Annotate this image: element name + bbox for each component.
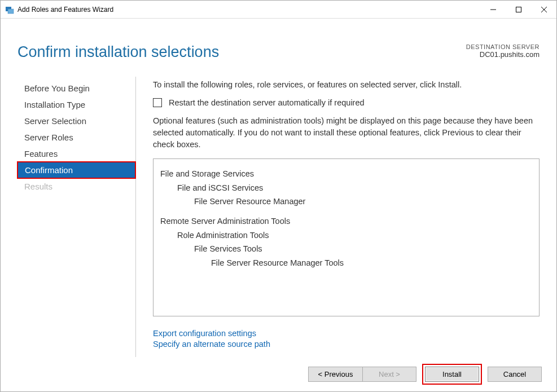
svg-rect-1 (8, 9, 14, 14)
restart-checkbox-label: Restart the destination server automatic… (169, 98, 365, 107)
window-controls (480, 1, 556, 18)
next-button: Next > (362, 367, 416, 382)
install-highlight: Install (422, 364, 482, 385)
sidebar-item-confirmation[interactable]: Confirmation (17, 161, 136, 179)
server-manager-icon (5, 5, 14, 14)
tree-item: Remote Server Administration Tools (160, 214, 532, 228)
destination-box: DESTINATION SERVER DC01.pushits.com (466, 43, 540, 59)
titlebar[interactable]: Add Roles and Features Wizard (1, 1, 556, 19)
previous-button[interactable]: < Previous (308, 367, 362, 382)
instruction-text: To install the following roles, role ser… (153, 80, 540, 89)
maximize-button[interactable] (506, 1, 531, 18)
svg-rect-3 (516, 7, 521, 12)
close-button[interactable] (531, 1, 556, 18)
content-links: Export configuration settings Specify an… (153, 329, 540, 350)
optional-features-note: Optional features (such as administratio… (153, 115, 540, 151)
sidebar-item-results: Results (17, 178, 135, 195)
tree-item: Role Administration Tools (177, 228, 532, 243)
minimize-button[interactable] (480, 1, 506, 18)
destination-server: DC01.pushits.com (466, 50, 540, 59)
restart-checkbox[interactable] (153, 98, 162, 107)
sidebar-item-before-you-begin[interactable]: Before You Begin (17, 80, 135, 96)
sidebar-item-server-selection[interactable]: Server Selection (17, 113, 135, 129)
window-title: Add Roles and Features Wizard (17, 6, 480, 14)
alternate-source-link[interactable]: Specify an alternate source path (153, 340, 540, 349)
wizard-body: Before You Begin Installation Type Serve… (1, 77, 556, 357)
destination-label: DESTINATION SERVER (466, 43, 540, 50)
restart-checkbox-row[interactable]: Restart the destination server automatic… (153, 98, 540, 107)
install-button[interactable]: Install (425, 367, 479, 382)
tree-item: File Server Resource Manager Tools (211, 256, 532, 270)
wizard-sidebar: Before You Begin Installation Type Serve… (17, 77, 136, 357)
cancel-button[interactable]: Cancel (488, 367, 542, 382)
sidebar-item-features[interactable]: Features (17, 146, 135, 162)
wizard-content: To install the following roles, role ser… (136, 77, 556, 357)
tree-item: File and Storage Services (160, 167, 532, 181)
page-title: Confirm installation selections (17, 43, 219, 61)
tree-item: File Server Resource Manager (194, 195, 532, 209)
tree-item: File Services Tools (194, 242, 532, 256)
wizard-window: Add Roles and Features Wizard Confirm in… (0, 0, 557, 392)
sidebar-item-server-roles[interactable]: Server Roles (17, 129, 135, 146)
export-config-link[interactable]: Export configuration settings (153, 329, 540, 338)
wizard-footer: < Previous Next > Install Cancel (1, 357, 556, 391)
tree-item: File and iSCSI Services (177, 181, 532, 195)
sidebar-item-installation-type[interactable]: Installation Type (17, 96, 135, 113)
selections-tree[interactable]: File and Storage Services File and iSCSI… (153, 158, 540, 316)
wizard-header: Confirm installation selections DESTINAT… (1, 19, 556, 61)
